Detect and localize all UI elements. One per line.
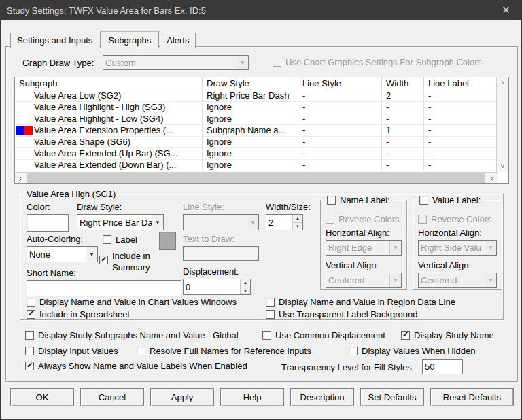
display-values-when-hidden-checkbox[interactable]: Display Values When Hidden	[349, 346, 475, 356]
tab-alerts[interactable]: Alerts	[160, 33, 196, 48]
table-row-selected[interactable]: Value Area Extension Properties (... Sub…	[15, 125, 508, 137]
text-to-draw-label: Text to Draw:	[183, 234, 234, 244]
name-vertical-align-label: Vertical Align:	[326, 260, 379, 270]
table-row[interactable]: Value Area Low (SG2) Right Price Bar Das…	[15, 90, 508, 102]
chevron-down-icon: ▼	[152, 215, 163, 230]
draw-style-combo[interactable]: Right Price Bar Dash ▼	[77, 214, 164, 230]
set-defaults-button[interactable]: Set Defaults	[360, 388, 424, 406]
display-input-values-checkbox[interactable]: Display Input Values	[25, 346, 118, 356]
auto-coloring-label: Auto-Coloring:	[27, 234, 83, 244]
apply-button[interactable]: Apply	[150, 388, 214, 406]
chevron-down-icon: ▼	[389, 241, 401, 255]
value-reverse-colors-checkbox[interactable]: Reverse Colors	[418, 214, 492, 224]
tab-strip: Settings and Inputs Subgraphs Alerts	[10, 31, 196, 48]
cancel-button[interactable]: Cancel	[80, 388, 144, 406]
graph-draw-type-combo[interactable]: Custom ▼	[103, 55, 249, 70]
spin-up-icon[interactable]: ▲	[241, 279, 250, 287]
description-button[interactable]: Description	[290, 388, 354, 406]
label-color-button[interactable]	[159, 232, 176, 250]
line-style-label: Line Style:	[183, 202, 224, 212]
short-name-input[interactable]	[27, 280, 181, 296]
ok-button[interactable]: OK	[10, 388, 74, 406]
chevron-down-icon: ▼	[247, 215, 258, 230]
use-chart-graphics-checkbox[interactable]: Use Chart Graphics Settings For Subgraph…	[273, 57, 482, 67]
table-row[interactable]: Value Area Highlight - High (SG3) Ignore…	[15, 102, 508, 113]
chevron-down-icon: ▼	[485, 273, 496, 287]
display-study-subgraphs-global-checkbox[interactable]: Display Study Subgraphs Name and Value -…	[25, 330, 239, 340]
short-name-label: Short Name:	[27, 268, 76, 278]
scroll-down-icon[interactable]: ˅	[497, 161, 508, 172]
spin-down-icon[interactable]: ▼	[293, 223, 302, 230]
subgraph-color-swatch[interactable]	[16, 126, 33, 135]
color-label: Color:	[27, 202, 50, 212]
blue-swatch	[16, 126, 24, 135]
title-bar: Study Settings: TWFX Value Area for Bars…	[1, 1, 521, 20]
col-header-width[interactable]: Width	[382, 77, 424, 90]
auto-coloring-combo[interactable]: None ▼	[27, 246, 98, 262]
col-header-draw-style[interactable]: Draw Style	[203, 77, 298, 90]
value-label-checkbox[interactable]: Value Label:	[417, 195, 483, 205]
reset-defaults-button[interactable]: Reset Defaults	[430, 388, 514, 406]
include-in-spreadsheet-checkbox[interactable]: Include in Spreadsheet	[27, 309, 130, 319]
study-settings-dialog: Study Settings: TWFX Value Area for Bars…	[0, 0, 522, 420]
subgraph-table-header: Subgraph Draw Style Line Style Width Lin…	[15, 77, 508, 90]
col-header-line-label[interactable]: Line Label	[424, 77, 497, 90]
spin-up-icon[interactable]: ▲	[293, 215, 302, 223]
scrollbar-thumb[interactable]	[27, 173, 485, 183]
color-swatch-button[interactable]	[27, 214, 69, 232]
name-vertical-align-combo[interactable]: Centered ▼	[326, 273, 402, 288]
label-checkbox[interactable]: Label	[103, 234, 137, 245]
text-to-draw-input[interactable]	[183, 246, 259, 261]
tab-settings-and-inputs[interactable]: Settings and Inputs	[10, 33, 99, 48]
red-swatch	[24, 126, 33, 135]
graph-draw-type-label: Graph Draw Type:	[22, 58, 94, 68]
value-horizontal-align-label: Horizontal Align:	[418, 228, 482, 238]
include-in-summary-checkbox[interactable]: Include in Summary	[99, 250, 174, 273]
resolve-full-names-checkbox[interactable]: Resolve Full Names for Reference Inputs	[137, 346, 311, 356]
chevron-down-icon: ▼	[237, 56, 248, 69]
sg1-group-title: Value Area High (SG1)	[24, 189, 118, 199]
chevron-down-icon: ▼	[86, 247, 97, 262]
transparency-level-label: Transparency Level for Fill Styles:	[281, 362, 414, 372]
value-vertical-align-label: Vertical Align:	[418, 260, 471, 270]
transparency-level-input[interactable]: 50	[422, 359, 463, 374]
display-name-value-region-data-line-checkbox[interactable]: Display Name and Value in Region Data Li…	[266, 297, 455, 307]
window-title: Study Settings: TWFX Value Area for Bars…	[1, 5, 206, 16]
tab-subgraphs[interactable]: Subgraphs	[100, 31, 159, 48]
name-reverse-colors-checkbox[interactable]: Reverse Colors	[326, 214, 400, 224]
scroll-up-icon[interactable]: ˄	[497, 77, 508, 88]
table-row[interactable]: Value Area Shape (SG6) Ignore - - -	[15, 137, 508, 148]
spin-down-icon[interactable]: ▼	[241, 287, 250, 295]
value-vertical-align-combo[interactable]: Centered ▼	[418, 273, 497, 288]
name-label-checkbox[interactable]: Name Label:	[324, 195, 393, 205]
scroll-right-icon[interactable]: ›	[487, 173, 498, 183]
displacement-label: Displacement:	[183, 266, 239, 277]
display-name-value-chart-windows-checkbox[interactable]: Display Name and Value in Chart Values W…	[27, 297, 237, 307]
width-size-label: Width/Size:	[266, 202, 311, 212]
table-row[interactable]: Value Area Extended (Down Bar) (... Igno…	[15, 160, 508, 171]
name-horizontal-align-label: Horizontal Align:	[326, 228, 389, 238]
width-size-spinner[interactable]: 2 ▲▼	[266, 214, 303, 230]
always-show-name-value-labels-checkbox[interactable]: Always Show Name and Value Labels When E…	[25, 361, 247, 371]
col-header-subgraph[interactable]: Subgraph	[15, 77, 203, 90]
use-transparent-label-background-checkbox[interactable]: Use Transparent Label Background	[266, 309, 418, 319]
line-style-combo[interactable]: ▼	[183, 214, 259, 230]
help-button[interactable]: Help	[220, 388, 284, 406]
draw-style-label: Draw Style:	[77, 202, 122, 212]
name-horizontal-align-combo[interactable]: Right Edge ▼	[326, 240, 402, 256]
vertical-scrollbar[interactable]: ˄ ˅	[496, 77, 508, 172]
subgraph-table: Subgraph Draw Style Line Style Width Lin…	[14, 77, 509, 184]
horizontal-scrollbar[interactable]: ‹ ›	[15, 172, 498, 183]
use-common-displacement-checkbox[interactable]: Use Common Displacement	[262, 330, 385, 340]
chevron-down-icon: ▼	[389, 273, 401, 287]
close-icon[interactable]: ✕	[491, 1, 521, 20]
display-study-name-checkbox[interactable]: Display Study Name	[401, 330, 494, 340]
table-row[interactable]: Value Area Extended (Up Bar) (SG... Igno…	[15, 148, 508, 160]
value-horizontal-align-combo[interactable]: Right Side Valu ▼	[418, 240, 497, 256]
col-header-line-style[interactable]: Line Style	[298, 77, 382, 90]
scroll-left-icon[interactable]: ‹	[15, 173, 26, 183]
displacement-spinner[interactable]: 0 ▲▼	[183, 279, 251, 295]
chevron-down-icon: ▼	[485, 241, 496, 255]
table-row[interactable]: Value Area Highlight - Low (SG4) Ignore …	[15, 113, 508, 125]
